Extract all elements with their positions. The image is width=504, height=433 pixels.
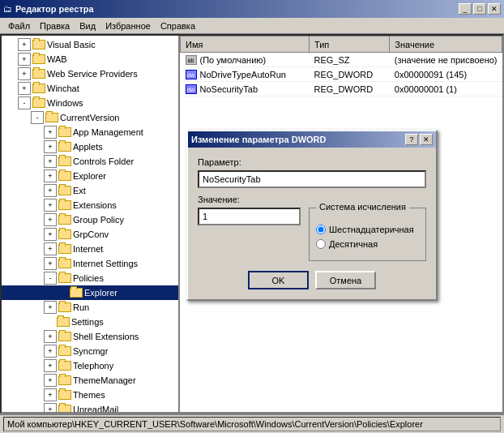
dialog-title-bar: Изменение параметра DWORD ? ✕ — [188, 131, 436, 148]
param-input[interactable] — [198, 170, 426, 188]
value-label: Значение: — [198, 195, 301, 204]
radio-hex-text: Шестнадцатеричная — [329, 225, 414, 234]
dialog-close-button[interactable]: ✕ — [420, 134, 433, 145]
dialog-body: Параметр: Значение: Система исчисления Ш… — [188, 148, 436, 299]
cancel-button[interactable]: Отмена — [315, 271, 376, 289]
radio-dec-text: Десятичная — [329, 239, 378, 249]
radio-dec-label: Десятичная — [316, 239, 419, 249]
value-input[interactable] — [198, 208, 301, 225]
dialog-buttons: OK Отмена — [198, 271, 426, 293]
value-section: Значение: — [198, 195, 301, 225]
num-system-section: Система исчисления Шестнадцатеричная Дес… — [309, 208, 426, 261]
dialog-title-buttons: ? ✕ — [405, 134, 433, 145]
ok-button[interactable]: OK — [248, 271, 309, 289]
form-row: Значение: Система исчисления Шестнадцате… — [198, 195, 426, 261]
modal-overlay: Изменение параметра DWORD ? ✕ Параметр: … — [0, 0, 504, 433]
radio-hex-label: Шестнадцатеричная — [316, 225, 419, 234]
radio-dec-input[interactable] — [316, 239, 326, 249]
dialog-help-button[interactable]: ? — [405, 134, 418, 145]
dialog-dword: Изменение параметра DWORD ? ✕ Параметр: … — [186, 130, 438, 301]
dialog-title: Изменение параметра DWORD — [191, 135, 326, 144]
radio-hex-input[interactable] — [316, 225, 326, 234]
param-label: Параметр: — [198, 157, 426, 167]
num-system-title: Система исчисления — [316, 202, 409, 212]
main-area: + Visual Basic + WAB + Web Service Provi… — [0, 34, 504, 414]
